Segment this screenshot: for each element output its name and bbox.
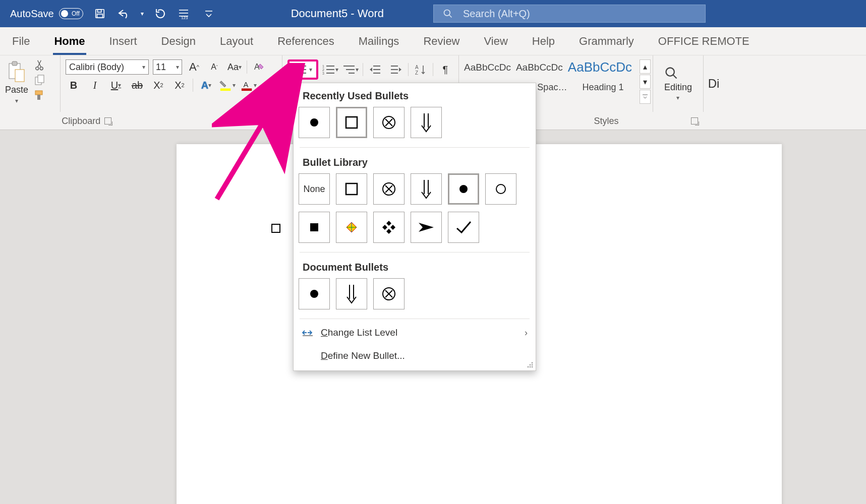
redo-icon[interactable] — [153, 8, 168, 20]
dialog-launcher-icon[interactable] — [691, 117, 698, 124]
bullet-checkmark[interactable] — [448, 212, 479, 243]
style-preview-normal[interactable]: AaBbCcDc — [464, 62, 511, 73]
highlight-icon[interactable]: ▾ — [219, 78, 236, 93]
label-font: Font — [251, 116, 269, 127]
bullet-color-diamond[interactable] — [336, 212, 367, 243]
show-marks-icon[interactable]: ¶ — [437, 62, 453, 77]
tab-layout[interactable]: Layout — [219, 35, 254, 55]
bullet-filled-circle[interactable] — [299, 107, 330, 138]
bullet-hollow-square[interactable] — [336, 173, 367, 205]
bullet-circle-x[interactable] — [373, 107, 405, 138]
find-button[interactable]: Editing ▾ — [664, 66, 692, 102]
svg-point-49 — [310, 118, 318, 127]
search-input[interactable]: Search (Alt+Q) — [433, 5, 706, 23]
search-placeholder: Search (Alt+Q) — [463, 8, 530, 20]
text-effects-icon[interactable]: A ▾ — [198, 78, 214, 93]
underline-button[interactable]: U ▾ — [108, 78, 124, 93]
bullets-button[interactable]: ▾ — [287, 59, 318, 80]
svg-rect-18 — [37, 95, 40, 100]
bullet-circle-x[interactable] — [373, 173, 405, 205]
chevron-down-icon: ▾ — [15, 97, 18, 104]
bullet-none[interactable]: None — [299, 173, 330, 205]
tab-file[interactable]: File — [11, 35, 31, 55]
copy-icon[interactable] — [34, 75, 45, 86]
svg-line-48 — [673, 75, 676, 78]
style-preview-heading1[interactable]: AaBbCcDc — [568, 59, 632, 75]
change-case-icon[interactable]: Aa ▾ — [226, 59, 243, 75]
recent-bullets-heading: Recently Used Bullets — [294, 83, 536, 107]
tab-grammarly[interactable]: Grammarly — [578, 35, 635, 55]
bullet-circle-x[interactable] — [373, 278, 405, 309]
bullet-double-arrow-down[interactable] — [411, 107, 442, 138]
numbering-button[interactable]: 123▾ — [322, 62, 338, 77]
tab-help[interactable]: Help — [531, 35, 556, 55]
tab-mailings[interactable]: Mailings — [358, 35, 400, 55]
svg-rect-1 — [97, 10, 101, 13]
chevron-down-icon: ▾ — [176, 64, 179, 71]
tab-view[interactable]: View — [483, 35, 509, 55]
list-level-icon — [302, 328, 314, 337]
customize-qat-icon[interactable] — [201, 9, 216, 18]
square-bullet-glyph — [271, 224, 280, 233]
bullet-four-diamonds[interactable] — [373, 212, 405, 243]
font-name-select[interactable]: Calibri (Body)▾ — [66, 59, 149, 75]
grow-font-icon[interactable]: A^ — [186, 59, 202, 75]
increase-indent-icon[interactable] — [388, 62, 404, 77]
svg-text:2: 2 — [322, 68, 324, 72]
bullet-filled-square[interactable] — [299, 212, 330, 243]
bullet-arrowhead[interactable] — [411, 212, 442, 243]
svg-point-75 — [530, 364, 531, 365]
tab-references[interactable]: References — [276, 35, 335, 55]
bullet-hollow-square[interactable] — [336, 107, 367, 138]
svg-point-78 — [530, 366, 531, 367]
font-color-icon[interactable]: A▾ — [241, 78, 257, 93]
resize-grip-icon[interactable] — [527, 361, 534, 368]
undo-dropdown-icon[interactable]: ▾ — [141, 10, 144, 17]
tab-insert[interactable]: Insert — [108, 35, 138, 55]
group-font: Calibri (Body)▾ 11▾ A^ Aˇ Aa ▾ A B I U ▾… — [61, 55, 282, 112]
equation-list-icon[interactable]: 123 — [177, 8, 192, 19]
tab-review[interactable]: Review — [422, 35, 460, 55]
cut-icon[interactable] — [34, 59, 44, 71]
svg-point-23 — [295, 65, 297, 67]
superscript-button[interactable]: X2 — [171, 78, 188, 93]
styles-more-icon[interactable] — [640, 90, 651, 104]
change-list-level-item[interactable]: Change List Level › — [294, 321, 536, 344]
svg-point-77 — [528, 366, 529, 367]
sort-icon[interactable]: AZ — [413, 62, 429, 77]
tab-office-remote[interactable]: OFFICE REMOTE — [657, 35, 750, 55]
font-size-select[interactable]: 11▾ — [153, 59, 182, 75]
bullet-hollow-circle[interactable] — [485, 173, 516, 205]
style-preview-nospacing[interactable]: AaBbCcDc — [516, 62, 563, 73]
styles-scroll-down-icon[interactable]: ▾ — [640, 75, 651, 89]
define-new-bullet-item[interactable]: Define New Bullet... — [294, 344, 536, 367]
strikethrough-button[interactable]: ab — [129, 78, 145, 93]
paste-button[interactable]: Paste ▾ — [5, 59, 28, 108]
group-clipboard: Paste ▾ — [0, 55, 61, 112]
italic-button[interactable]: I — [87, 78, 103, 93]
bullet-double-arrow-down[interactable] — [411, 173, 442, 205]
svg-rect-12 — [15, 70, 24, 82]
bullet-filled-circle[interactable] — [448, 173, 479, 205]
chevron-right-icon: › — [525, 328, 528, 338]
svg-text:123: 123 — [181, 16, 188, 19]
dialog-launcher-icon[interactable] — [104, 117, 111, 124]
shrink-font-icon[interactable]: Aˇ — [206, 59, 222, 75]
bullet-filled-circle[interactable] — [299, 278, 330, 309]
bullet-double-arrow-down[interactable] — [336, 278, 367, 309]
autosave-toggle[interactable]: AutoSave Off — [10, 8, 83, 20]
styles-scroll-up-icon[interactable]: ▴ — [640, 59, 651, 74]
undo-icon[interactable] — [117, 8, 132, 19]
tab-design[interactable]: Design — [160, 35, 197, 55]
style-name-heading1[interactable]: Heading 1 — [582, 82, 623, 93]
svg-rect-64 — [310, 223, 318, 231]
autosave-switch[interactable]: Off — [59, 8, 83, 19]
clear-formatting-icon[interactable]: A — [251, 59, 267, 75]
bold-button[interactable]: B — [66, 78, 82, 93]
subscript-button[interactable]: X2 — [150, 78, 166, 93]
tab-home[interactable]: Home — [53, 35, 86, 55]
multilevel-list-button[interactable]: ▾ — [342, 62, 359, 77]
format-painter-icon[interactable] — [34, 90, 46, 101]
decrease-indent-icon[interactable] — [367, 62, 383, 77]
save-icon[interactable] — [92, 8, 107, 19]
